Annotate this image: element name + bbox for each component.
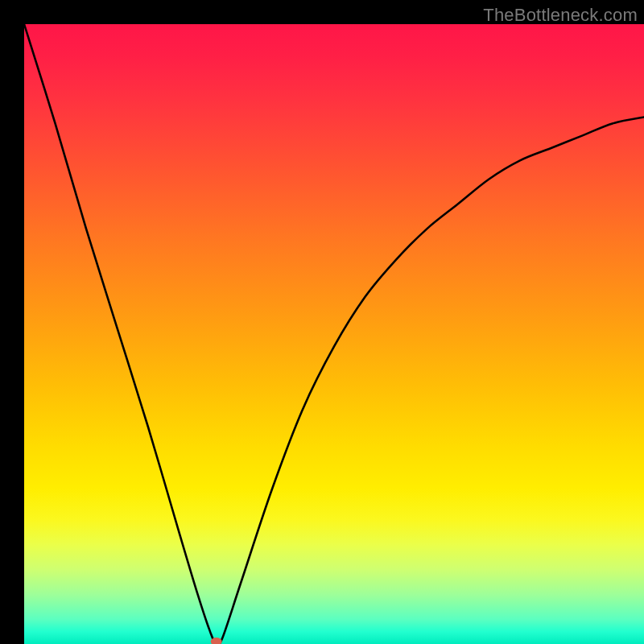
plot-area — [24, 24, 644, 644]
watermark-text: TheBottleneck.com — [483, 5, 638, 26]
bottleneck-curve — [24, 24, 644, 644]
curve-path — [24, 24, 644, 644]
chart-frame: TheBottleneck.com — [0, 0, 644, 644]
